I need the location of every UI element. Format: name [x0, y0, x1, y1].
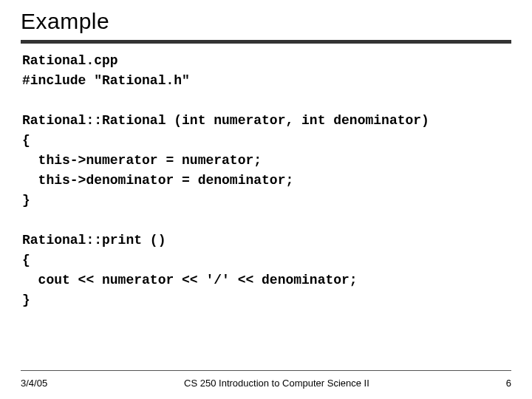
footer-date: 3/4/05: [21, 378, 47, 389]
footer: 3/4/05 CS 250 Introduction to Computer S…: [21, 378, 511, 389]
footer-course: CS 250 Introduction to Computer Science …: [47, 378, 506, 389]
footer-page: 6: [506, 378, 511, 389]
title-underline: [21, 40, 511, 44]
code-block: Rational.cpp #include "Rational.h" Ratio…: [21, 51, 511, 310]
slide: Example Rational.cpp #include "Rational.…: [0, 0, 532, 399]
footer-divider: [21, 370, 511, 371]
slide-title: Example: [21, 6, 511, 38]
